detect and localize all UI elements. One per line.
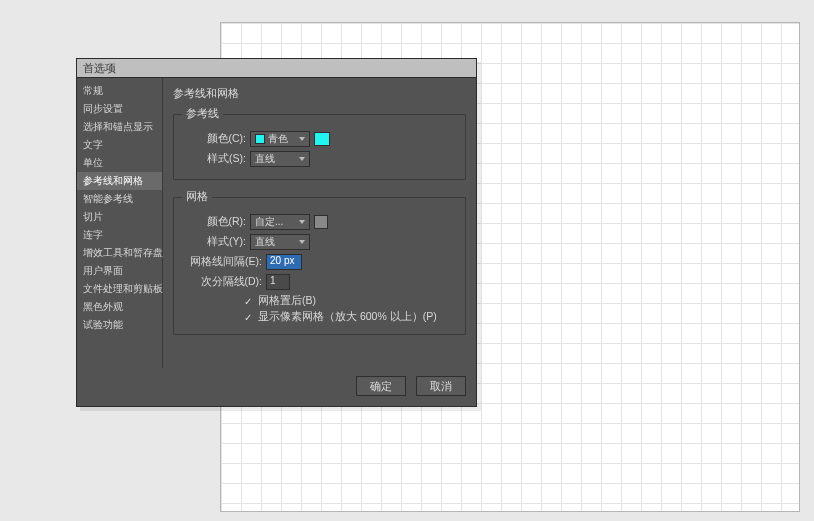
sidebar-item-9[interactable]: 增效工具和暂存盘 — [77, 244, 162, 262]
grid-subdiv-input[interactable]: 1 — [266, 274, 290, 290]
dialog-title: 首选项 — [83, 62, 116, 74]
grid-spacing-label: 网格线间隔(E): — [182, 255, 262, 269]
grid-spacing-input[interactable]: 20 px — [266, 254, 302, 270]
check-icon: ✓ — [244, 312, 254, 323]
group-guides: 参考线 颜色(C): 青色 样式(S): 直线 — [173, 107, 466, 180]
sidebar-item-0[interactable]: 常规 — [77, 82, 162, 100]
guides-style-value: 直线 — [255, 152, 275, 166]
guides-color-swatch-inline — [255, 134, 265, 144]
sidebar-item-2[interactable]: 选择和锚点显示 — [77, 118, 162, 136]
guides-style-label: 样式(S): — [182, 152, 246, 166]
sidebar-item-12[interactable]: 黑色外观 — [77, 298, 162, 316]
dialog-titlebar[interactable]: 首选项 — [77, 59, 476, 77]
ok-button[interactable]: 确定 — [356, 376, 406, 396]
grid-color-dropdown[interactable]: 自定... — [250, 214, 310, 230]
grid-style-value: 直线 — [255, 235, 275, 249]
guides-color-value: 青色 — [268, 132, 288, 146]
guides-color-label: 颜色(C): — [182, 132, 246, 146]
guides-color-dropdown[interactable]: 青色 — [250, 131, 310, 147]
sidebar-item-11[interactable]: 文件处理和剪贴板 — [77, 280, 162, 298]
panel-heading: 参考线和网格 — [173, 86, 466, 101]
guides-style-dropdown[interactable]: 直线 — [250, 151, 310, 167]
grid-color-value: 自定... — [255, 215, 283, 229]
sidebar-item-8[interactable]: 连字 — [77, 226, 162, 244]
group-guides-legend: 参考线 — [182, 107, 223, 121]
group-grid: 网格 颜色(R): 自定... 样式(Y): 直线 网格线间隔(E): — [173, 190, 466, 335]
grid-style-label: 样式(Y): — [182, 235, 246, 249]
grid-back-checkbox[interactable]: ✓ 网格置后(B) — [244, 294, 457, 308]
cancel-button[interactable]: 取消 — [416, 376, 466, 396]
dialog-footer: 确定 取消 — [77, 368, 476, 406]
sidebar-item-5[interactable]: 参考线和网格 — [77, 172, 162, 190]
sidebar-item-4[interactable]: 单位 — [77, 154, 162, 172]
preferences-sidebar: 常规同步设置选择和锚点显示文字单位参考线和网格智能参考线切片连字增效工具和暂存盘… — [77, 78, 163, 368]
sidebar-item-3[interactable]: 文字 — [77, 136, 162, 154]
sidebar-item-13[interactable]: 试验功能 — [77, 316, 162, 334]
sidebar-item-1[interactable]: 同步设置 — [77, 100, 162, 118]
grid-pixel-label: 显示像素网格（放大 600% 以上）(P) — [258, 310, 437, 324]
grid-subdiv-label: 次分隔线(D): — [182, 275, 262, 289]
sidebar-item-10[interactable]: 用户界面 — [77, 262, 162, 280]
group-grid-legend: 网格 — [182, 190, 212, 204]
sidebar-item-6[interactable]: 智能参考线 — [77, 190, 162, 208]
check-icon: ✓ — [244, 296, 254, 307]
grid-color-label: 颜色(R): — [182, 215, 246, 229]
guides-color-swatch[interactable] — [314, 132, 330, 146]
grid-color-swatch[interactable] — [314, 215, 328, 229]
sidebar-item-7[interactable]: 切片 — [77, 208, 162, 226]
grid-style-dropdown[interactable]: 直线 — [250, 234, 310, 250]
preferences-dialog: 首选项 常规同步设置选择和锚点显示文字单位参考线和网格智能参考线切片连字增效工具… — [76, 58, 477, 407]
grid-back-label: 网格置后(B) — [258, 294, 316, 308]
grid-pixel-checkbox[interactable]: ✓ 显示像素网格（放大 600% 以上）(P) — [244, 310, 457, 324]
preferences-content: 参考线和网格 参考线 颜色(C): 青色 样式(S): 直线 — [163, 78, 476, 368]
